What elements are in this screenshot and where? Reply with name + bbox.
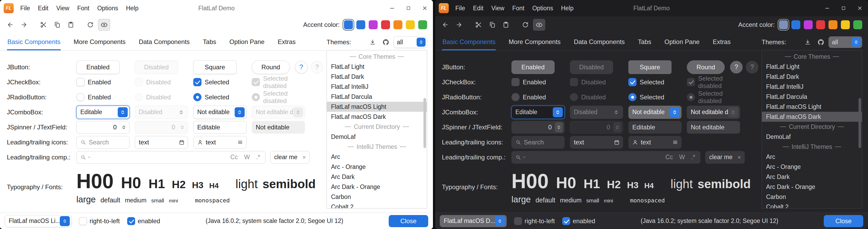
theme-list-item[interactable]: FlatLaf IntelliJ [762,82,862,92]
menu-view[interactable]: View [53,5,73,12]
laf-combobox[interactable]: FlatLaf macOS Li... [5,215,72,227]
forward-button[interactable] [18,19,30,31]
github-button[interactable] [815,37,827,48]
theme-list-item[interactable]: Arc - Orange [327,162,427,172]
spinner-stepper-icon[interactable] [555,122,563,132]
download-themes-button[interactable] [367,37,378,48]
combobox-arrows-icon[interactable] [852,38,861,47]
spinner-disabled[interactable]: 0 [135,121,188,134]
whole-words-toggle[interactable]: W [677,154,687,161]
theme-list-item[interactable]: FlatLaf macOS Light [327,102,427,112]
accent-color-swatch[interactable] [804,20,813,29]
date-field[interactable]: text [570,136,623,149]
theme-list-item[interactable]: Cobalt 2 [762,202,862,208]
menu-help[interactable]: Help [557,5,577,12]
help-button[interactable]: ? [295,61,308,74]
menu-font[interactable]: Font [508,5,528,12]
radio-selected[interactable]: Selected [193,93,229,101]
tab-extras[interactable]: Extras [277,38,296,50]
scrollbar-thumb[interactable] [859,98,861,148]
checkbox-enabled[interactable]: Enabled [512,78,546,86]
checkbox-selected[interactable]: Selected [193,78,229,86]
combobox-disabled[interactable]: Disabled [135,106,188,119]
accent-color-swatch[interactable] [841,20,850,29]
show-hidden-eye-toggle[interactable] [98,19,110,31]
clearable-field[interactable]: clear me [705,151,745,164]
close-dialog-button[interactable]: Close [389,215,428,227]
user-field[interactable]: text [193,136,247,149]
accent-color-swatch[interactable] [829,20,837,29]
minimize-button[interactable] [819,0,835,16]
theme-list-item[interactable]: Arc Dark - Orange [762,182,862,192]
chevron-down-icon[interactable] [87,155,91,159]
right-to-left-checkbox[interactable]: right-to-left [79,217,120,225]
radio-selected-disabled[interactable]: Selected disabled [687,90,745,105]
textfield-editable[interactable]: Editable [628,121,682,134]
checkbox-enabled[interactable]: Enabled [76,78,111,86]
theme-list-item[interactable]: Arc [327,152,427,162]
menu-view[interactable]: View [488,5,508,12]
laf-combobox[interactable]: FlatLaf macOS D... [440,215,507,227]
search-history-field[interactable]: Cc W .* [76,151,266,164]
theme-list-item[interactable]: Arc Dark [762,172,862,182]
close-window-button[interactable] [852,0,868,16]
menu-file[interactable]: File [16,5,34,12]
theme-list-item[interactable]: Arc Dark [327,172,427,182]
accent-color-swatch[interactable] [792,20,800,29]
theme-list-item[interactable]: DemoLaf [327,132,427,142]
menu-options[interactable]: Options [93,5,122,12]
copy-button[interactable] [486,19,498,31]
theme-list-item[interactable]: Carbon [762,192,862,202]
textfield-noneditable[interactable]: Not editable [252,121,305,134]
combobox-noneditable-disabled[interactable]: Not editable dis... [252,106,305,119]
paste-button[interactable] [500,19,512,31]
radio-selected-disabled[interactable]: Selected disabled [252,90,310,105]
combobox-arrows-icon[interactable] [553,107,563,117]
date-field[interactable]: text [135,136,188,149]
theme-list-item[interactable]: FlatLaf macOS Dark [762,112,862,122]
tab-tabs[interactable]: Tabs [637,38,652,50]
tab-tabs[interactable]: Tabs [202,38,217,50]
jbutton-square-button[interactable]: Square [628,60,672,74]
clear-icon[interactable] [302,155,307,160]
paste-button[interactable] [65,19,77,31]
enabled-checkbox[interactable]: enabled [127,217,160,225]
radio-enabled[interactable]: Enabled [512,93,546,101]
theme-list-item[interactable]: FlatLaf macOS Dark [327,112,427,122]
spinner-disabled[interactable]: 0 [570,121,623,134]
combobox-noneditable[interactable]: Not editable [628,106,682,119]
themes-filter-combobox[interactable]: all [829,36,862,48]
refresh-button[interactable] [84,19,96,31]
radio-disabled[interactable]: Disabled [135,93,170,101]
menu-file[interactable]: File [452,5,469,12]
theme-list-item[interactable]: FlatLaf Darcula [762,92,862,102]
forward-button[interactable] [453,19,465,31]
combobox-arrows-icon[interactable] [60,216,70,226]
accent-color-swatch[interactable] [394,20,402,29]
calendar-icon[interactable] [614,139,620,145]
chevron-down-icon[interactable] [522,155,526,159]
tab-basic-components[interactable]: Basic Components [7,38,61,50]
combobox-arrows-icon[interactable] [495,216,505,226]
show-hidden-eye-toggle[interactable] [533,19,545,31]
enabled-checkbox[interactable]: enabled [562,217,595,225]
spinner-enabled[interactable]: 0 [76,121,130,134]
refresh-button[interactable] [519,19,531,31]
menu-font[interactable]: Font [73,5,93,12]
theme-list-item[interactable]: FlatLaf Darcula [327,92,427,102]
match-case-toggle[interactable]: Cc [228,154,240,161]
help-button-disabled[interactable]: ? [746,61,758,74]
clear-icon[interactable] [737,155,742,160]
menu-icon[interactable] [672,139,678,145]
regex-toggle[interactable]: .* [689,154,697,161]
back-button[interactable] [4,19,16,31]
accent-color-swatch[interactable] [381,20,390,29]
tab-more-components[interactable]: More Components [508,38,561,50]
theme-list-item[interactable]: Arc Dark - Orange [327,182,427,192]
search-field[interactable]: Search [512,136,565,149]
combobox-arrows-icon[interactable] [670,107,680,117]
regex-toggle[interactable]: .* [254,154,262,161]
match-case-toggle[interactable]: Cc [664,154,675,161]
jbutton-round-button[interactable]: Round [252,60,290,74]
accent-color-swatch[interactable] [406,20,415,29]
